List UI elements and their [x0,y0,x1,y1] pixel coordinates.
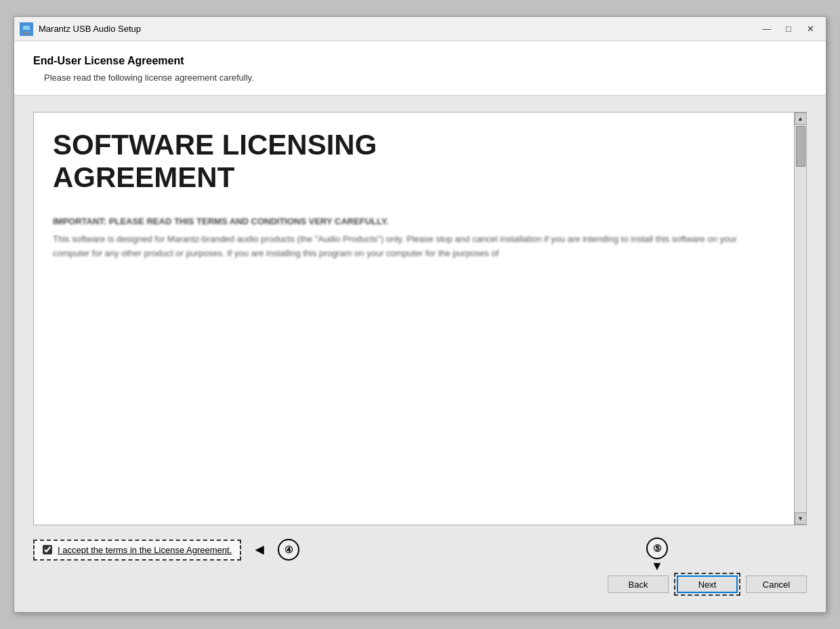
license-title: SOFTWARE LICENSING AGREEMENT [53,129,775,195]
scrollbar[interactable]: ▲ ▼ [794,113,806,525]
page-subtitle: Please read the following license agreem… [44,73,807,83]
back-button[interactable]: Back [608,575,669,593]
window-controls: — □ ✕ [757,21,820,37]
license-body: IMPORTANT: PLEASE READ THIS TERMS AND CO… [53,215,775,261]
accept-terms-label[interactable]: I accept the terms in the License Agreem… [58,545,232,555]
title-bar: Marantz USB Audio Setup — □ ✕ [14,17,826,41]
license-content: SOFTWARE LICENSING AGREEMENT IMPORTANT: … [34,113,794,525]
content-area: SOFTWARE LICENSING AGREEMENT IMPORTANT: … [14,96,826,612]
scroll-down-button[interactable]: ▼ [795,512,807,525]
license-body-text: This software is designed for Marantz-br… [53,232,775,261]
scroll-track[interactable] [795,125,806,512]
license-important: IMPORTANT: PLEASE READ THIS TERMS AND CO… [53,215,775,229]
button-row: ⑤ ▼ Back Next Cancel [33,573,807,596]
annotation-5-circle: ⑤ [646,537,668,559]
header-section: End-User License Agreement Please read t… [14,41,826,96]
window-title: Marantz USB Audio Setup [39,24,757,34]
page-title: End-User License Agreement [33,55,807,67]
next-button-wrapper: Next [674,573,740,596]
next-button[interactable]: Next [677,575,738,593]
annotation-5-arrow: ▼ [651,559,663,573]
close-button[interactable]: ✕ [800,21,820,37]
accept-terms-checkbox[interactable] [43,545,52,554]
license-text-box: SOFTWARE LICENSING AGREEMENT IMPORTANT: … [33,112,807,525]
cancel-button[interactable]: Cancel [746,575,807,593]
annotation-4: ④ [278,539,299,561]
svg-rect-2 [24,32,28,33]
arrow-left-icon: ◄ [252,541,267,559]
installer-window: Marantz USB Audio Setup — □ ✕ End-User L… [14,16,826,613]
scroll-thumb[interactable] [796,126,805,167]
app-icon [20,22,33,36]
svg-rect-1 [23,26,30,30]
checkbox-section: I accept the terms in the License Agreem… [33,539,807,561]
minimize-button[interactable]: — [757,21,777,37]
scroll-up-button[interactable]: ▲ [795,113,807,125]
svg-rect-3 [23,33,30,34]
accept-terms-container: I accept the terms in the License Agreem… [33,540,241,561]
maximize-button[interactable]: □ [778,21,799,37]
annotation-5-container: ⑤ ▼ [646,537,668,573]
